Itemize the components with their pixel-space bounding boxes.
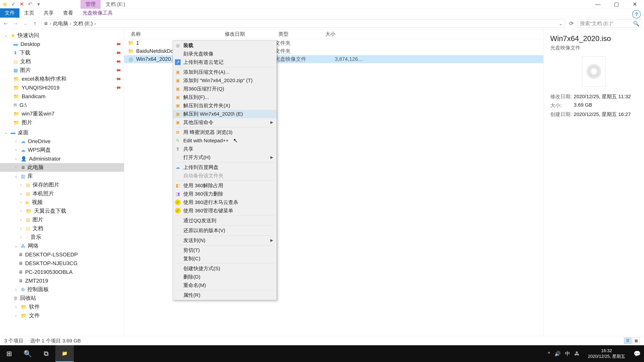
- ctx-360-manage[interactable]: ✓使用 360管理右键菜单: [173, 206, 276, 215]
- ctx-youdao[interactable]: ↗上传到有道云笔记: [173, 58, 276, 66]
- nav-lib-item[interactable]: ›▶视频: [0, 198, 124, 207]
- nav-net-item[interactable]: 🖥DESKTOP-LSSOEDP: [0, 250, 124, 259]
- ctx-extract-to[interactable]: ▣解压到(F)...: [173, 93, 276, 101]
- nav-lib-item[interactable]: ›▦保存的图片: [0, 180, 124, 189]
- view-details-button[interactable]: ☰: [624, 338, 632, 344]
- tray-volume-icon[interactable]: 🔊: [554, 351, 561, 357]
- nav-lib-item[interactable]: ›▦图片: [0, 215, 124, 224]
- qat-undo-icon[interactable]: ↶: [27, 1, 34, 7]
- breadcrumb-segment[interactable]: 此电脑: [53, 20, 68, 27]
- breadcrumb-dropdown-icon[interactable]: ⌄: [559, 21, 563, 26]
- ctx-other-zip[interactable]: ▣其他压缩命令▶: [173, 118, 276, 126]
- qat-properties-icon[interactable]: ✓: [10, 1, 17, 7]
- nav-back-button[interactable]: ←: [2, 20, 9, 27]
- nav-lib-item[interactable]: ›▤文档: [0, 224, 124, 233]
- breadcrumb-bar[interactable]: 🖥 › 此电脑 › 文档 (E:) › ⌄: [42, 19, 565, 28]
- minimize-button[interactable]: —: [589, 0, 607, 8]
- nav-lib-item[interactable]: ›▦本机照片: [0, 189, 124, 198]
- breadcrumb-segment[interactable]: 文档 (E:): [73, 20, 93, 27]
- ribbon-tab-disc-tools[interactable]: 光盘映像工具: [78, 8, 118, 17]
- ribbon-tab-share[interactable]: 共享: [39, 8, 58, 17]
- chevron-right-icon[interactable]: ›: [70, 21, 72, 26]
- maximize-button[interactable]: ▢: [607, 0, 626, 8]
- chevron-right-icon[interactable]: ›: [94, 21, 96, 26]
- search-button[interactable]: 🔍: [18, 345, 37, 362]
- nav-folder[interactable]: ›📁文件: [0, 311, 124, 320]
- ribbon-tab-file[interactable]: 文件: [0, 8, 20, 17]
- ctx-burn[interactable]: 刻录光盘映像: [173, 50, 276, 58]
- nav-item[interactable]: ›☁WPS网盘: [0, 146, 124, 154]
- ctx-delete[interactable]: 删除(D): [173, 273, 276, 281]
- nav-desktop-root[interactable]: ⌄▬桌面: [0, 128, 124, 137]
- tray-chevron-icon[interactable]: ^: [548, 351, 550, 357]
- ctx-add-archive[interactable]: ▣添加到压缩文件(A)...: [173, 68, 276, 76]
- nav-net-item[interactable]: 🖥PC-20190530OBLA: [0, 268, 124, 276]
- ctx-qq-send[interactable]: 通过QQ发送到: [173, 216, 276, 225]
- nav-up-button[interactable]: ↑: [32, 20, 38, 27]
- qat-dropdown-icon[interactable]: ▾: [35, 1, 42, 7]
- action-center-icon[interactable]: 💬: [634, 350, 641, 357]
- nav-net-item[interactable]: 🖥DESKTOP-NJEU3CG: [0, 259, 124, 268]
- ctx-mount[interactable]: ◎装载: [173, 41, 276, 50]
- ctx-send-to[interactable]: 发送到(N)▶: [173, 236, 276, 245]
- navigation-pane[interactable]: ⌄★快速访问 ▬Desktop📌 ⬇下载📌 ▤文档📌 ▦图片📌 📁excel表格…: [0, 29, 124, 336]
- help-button[interactable]: ?: [632, 10, 641, 18]
- chevron-right-icon[interactable]: ›: [50, 21, 51, 26]
- nav-lib-item[interactable]: ›♪音乐: [0, 233, 124, 242]
- ctx-add-zip[interactable]: ▣添加到 "Win7x64_2020.zip" (T): [173, 76, 276, 85]
- nav-quick-item[interactable]: 📁图片: [0, 118, 124, 127]
- taskbar[interactable]: ⊞ 🔍 ⧉ 📁 ^ 🔊 中 🖧 16:32 2020/12/25, 星期五 💬: [0, 345, 644, 362]
- column-headers[interactable]: 名称 修改日期 类型 大小: [124, 29, 544, 39]
- nav-quick-item[interactable]: 📁YUNQISHI2019📌: [0, 83, 124, 92]
- ctx-create-shortcut[interactable]: 创建快捷方式(S): [173, 264, 276, 273]
- refresh-button[interactable]: ⟳: [568, 20, 575, 27]
- ribbon-tab-view[interactable]: 查看: [58, 8, 78, 17]
- nav-item[interactable]: ›👤Administrator: [0, 154, 124, 163]
- ctx-cut[interactable]: 剪切(T): [173, 246, 276, 254]
- ctx-baidu[interactable]: ☁上传到百度网盘: [173, 163, 276, 171]
- search-icon[interactable]: 🔍: [633, 21, 639, 26]
- column-size[interactable]: 大小: [322, 31, 369, 37]
- taskbar-clock[interactable]: 16:32 2020/12/25, 星期五: [584, 348, 628, 359]
- ctx-browser[interactable]: ✿用 蜂蜜浏览器 浏览(3): [173, 128, 276, 136]
- nav-recent-dropdown[interactable]: ⌄: [22, 21, 29, 26]
- nav-quick-item[interactable]: ▤文档📌: [0, 57, 124, 66]
- ctx-360-delete[interactable]: ◨使用 360强力删除: [173, 190, 276, 198]
- nav-recycle-bin[interactable]: 🗑回收站: [0, 294, 124, 303]
- ribbon-tab-home[interactable]: 主页: [20, 8, 39, 17]
- nav-quick-access[interactable]: ⌄★快速访问: [0, 31, 124, 40]
- ctx-360-unlock[interactable]: ◧使用 360解除占用: [173, 181, 276, 190]
- ctx-360-open[interactable]: ▣用360压缩打开(Q): [173, 85, 276, 93]
- search-box[interactable]: 搜索"文档 (E:)" 🔍: [578, 19, 642, 28]
- tray-network-icon[interactable]: 🖧: [574, 351, 580, 357]
- column-type[interactable]: 类型: [275, 31, 322, 37]
- nav-this-pc[interactable]: ›🖥此电脑: [0, 163, 124, 172]
- nav-folder[interactable]: ›📁软件: [0, 303, 124, 311]
- tray-ime-indicator[interactable]: 中: [565, 350, 570, 357]
- ctx-open-with[interactable]: 打开方式(H)▶: [173, 153, 276, 162]
- ctx-extract-folder[interactable]: ▣解压到 Win7x64_2020\ (E): [173, 110, 276, 118]
- file-explorer-taskbar-icon[interactable]: 📁: [55, 345, 74, 362]
- ctx-notepad[interactable]: ✎Edit with Notepad++: [173, 136, 276, 145]
- nav-quick-item[interactable]: ▦图片📌: [0, 66, 124, 75]
- nav-network[interactable]: ⌄🖧网络: [0, 242, 124, 250]
- nav-forward-button[interactable]: →: [12, 20, 19, 27]
- nav-lib-item[interactable]: ›📁天翼云盘下载: [0, 207, 124, 215]
- ctx-copy[interactable]: 复制(C): [173, 254, 276, 263]
- ctx-share[interactable]: ⇪共享: [173, 145, 276, 153]
- file-list-pane[interactable]: 名称 修改日期 类型 大小 📁 1 2020/12/15, 星期二 1... 文…: [124, 29, 544, 336]
- nav-quick-item[interactable]: ⬇下载📌: [0, 48, 124, 57]
- nav-libraries[interactable]: ⌄▥库: [0, 172, 124, 180]
- details-value[interactable]: 2020/12/25, 星期五 11:32: [574, 93, 631, 100]
- nav-quick-item[interactable]: 📁Bandicam: [0, 92, 124, 101]
- ctx-properties[interactable]: 属性(R): [173, 291, 276, 299]
- nav-item[interactable]: ›☁OneDrive: [0, 137, 124, 146]
- ctx-rename[interactable]: 重命名(M): [173, 281, 276, 290]
- close-button[interactable]: ✕: [626, 0, 644, 8]
- column-name[interactable]: 名称: [124, 31, 221, 37]
- nav-quick-item[interactable]: 📁excel表格制作求和📌: [0, 75, 124, 83]
- nav-quick-item[interactable]: 📁win7重装win7: [0, 109, 124, 118]
- ctx-360-scan[interactable]: ✓使用 360进行木马云查杀: [173, 198, 276, 206]
- system-tray[interactable]: ^ 🔊 中 🖧: [548, 350, 580, 357]
- start-button[interactable]: ⊞: [0, 345, 18, 362]
